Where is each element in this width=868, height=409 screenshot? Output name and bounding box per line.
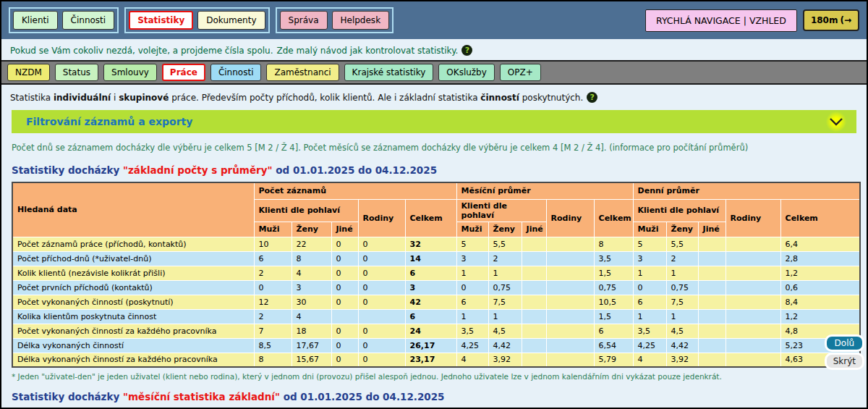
session-logout-button[interactable]: 180m (→ <box>803 9 859 31</box>
row-label: Počet příchod-dnů (*uživatel-dnů) <box>12 251 254 266</box>
records-cell: 0 <box>331 266 358 280</box>
records-cell: 24 <box>405 324 456 338</box>
men-header: Muži <box>254 222 292 237</box>
nav-button-okslu-by[interactable]: OKslužby <box>438 64 495 81</box>
men-header: Muži <box>633 222 666 237</box>
monthly-avg-cell <box>522 309 546 324</box>
scroll-down-button[interactable]: Dolů <box>825 334 864 352</box>
records-cell: 0 <box>254 280 292 295</box>
monthly-avg-cell <box>522 237 546 251</box>
row-label: Délka vykonaných činností <box>12 338 254 353</box>
section-header: Měsíční průměr <box>456 182 633 199</box>
monthly-avg-cell <box>546 295 594 309</box>
nav-button-helpdesk[interactable]: Helpdesk <box>332 11 390 30</box>
records-cell: 6 <box>254 251 292 266</box>
nav-button-zam-stnanci[interactable]: Zaměstnanci <box>266 64 339 81</box>
daily-avg-cell <box>698 280 726 295</box>
guide-link[interactable]: Zde malý návod jak kontrolovat statistik… <box>277 46 459 56</box>
nav-button-statistiky[interactable]: Statistiky <box>129 11 193 30</box>
quick-navigation-button[interactable]: RYCHLÁ NAVIGACE | VZHLED <box>645 9 797 32</box>
records-cell: 6 <box>405 266 456 280</box>
daily-avg-cell: 0 <box>633 280 666 295</box>
help-icon[interactable]: ? <box>461 45 472 56</box>
monthly-avg-cell: 3,92 <box>488 353 522 367</box>
intro-segment: Statistika individuální i skupinové prác… <box>10 93 583 103</box>
monthly-avg-cell <box>546 324 594 338</box>
records-cell: 0 <box>358 324 405 338</box>
monthly-avg-cell <box>522 338 546 353</box>
records-cell: 0 <box>358 353 405 367</box>
monthly-avg-cell: 4,42 <box>488 338 522 353</box>
daily-avg-cell <box>726 338 780 353</box>
daily-avg-cell <box>698 353 726 367</box>
table-row: Počet záznamů práce (příchodů, kontaktů)… <box>12 237 860 251</box>
table-row: Kolika klientům poskytnuta činnost246111… <box>12 309 860 324</box>
row-label: Počet prvních příchodů (kontaktů) <box>12 280 254 295</box>
row-label: Počet vykonaných činností (poskytnutí) <box>12 295 254 309</box>
nav-button-group: StatistikyDokumenty <box>124 7 269 33</box>
nav-button-status[interactable]: Status <box>55 64 98 81</box>
info-text: Pokud se Vám cokoliv nezdá, volejte, a p… <box>10 46 273 56</box>
averages-note: Počet dnů se záznamem docházky dle výběr… <box>1 133 867 156</box>
daily-avg-cell: 2,8 <box>780 251 860 266</box>
stats-table: Hledaná data Počet záznamů Měsíční průmě… <box>12 182 861 368</box>
help-icon[interactable]: ? <box>587 92 597 103</box>
filter-accordion-header[interactable]: Filtrování záznamů a exporty <box>12 110 856 133</box>
records-cell: 0 <box>358 266 405 280</box>
nav-button-innosti[interactable]: Činnosti <box>210 64 262 81</box>
records-cell: 3 <box>292 280 331 295</box>
monthly-avg-cell <box>546 309 594 324</box>
nav-button-spr-va[interactable]: Správa <box>280 11 328 30</box>
nav-button-pr-ce[interactable]: Práce <box>162 64 205 81</box>
records-cell: 2 <box>254 309 292 324</box>
daily-avg-cell <box>726 280 780 295</box>
total-header: Celkem <box>780 199 860 237</box>
nav-button-smlouvy[interactable]: Smlouvy <box>103 64 157 81</box>
other-header: Jiné <box>698 222 726 237</box>
records-cell <box>358 309 405 324</box>
records-cell: 0 <box>331 324 358 338</box>
nav-button-klienti[interactable]: Klienti <box>13 11 58 30</box>
row-label: Počet vykonaných činností za každého pra… <box>12 324 254 338</box>
monthly-avg-cell: 5 <box>456 237 488 251</box>
chevron-down-icon[interactable] <box>826 111 846 132</box>
nav-button-krajsk-statistiky[interactable]: Krajské statistiky <box>344 64 434 81</box>
hide-button[interactable]: Skrýt <box>825 353 864 370</box>
records-cell: 0 <box>331 251 358 266</box>
daily-avg-cell: 1,2 <box>780 266 860 280</box>
floating-buttons: Dolů Skrýt <box>825 334 864 370</box>
daily-avg-cell: 3,92 <box>666 353 698 367</box>
daily-avg-cell: 7,5 <box>666 295 698 309</box>
nav-button-nzdm[interactable]: NZDM <box>7 64 50 81</box>
monthly-avg-cell: 1 <box>488 309 522 324</box>
records-cell: 0 <box>331 280 358 295</box>
stats-heading-2: Statistiky docházky "měsíční statistika … <box>1 382 867 407</box>
daily-avg-cell <box>726 266 780 280</box>
monthly-avg-cell <box>522 295 546 309</box>
stats-table-body: Počet záznamů práce (příchodů, kontaktů)… <box>12 237 860 367</box>
records-cell: 0 <box>331 338 358 353</box>
monthly-avg-cell: 1,5 <box>594 309 633 324</box>
monthly-avg-cell: 1 <box>456 309 488 324</box>
monthly-avg-cell: 8 <box>594 237 633 251</box>
nav-button-opz+[interactable]: OPZ+ <box>500 64 541 81</box>
logout-icon: (→ <box>840 15 851 25</box>
records-cell: 6 <box>405 309 456 324</box>
footnote: * Jeden "uživatel-den" je jeden uživatel… <box>1 368 867 382</box>
total-header: Celkem <box>405 199 456 237</box>
monthly-avg-cell: 3,5 <box>456 324 488 338</box>
daily-avg-cell: 1 <box>633 309 666 324</box>
page: { "top_nav": { "groups": [ { "items": [ … <box>0 0 868 409</box>
daily-avg-cell: 3 <box>633 251 666 266</box>
records-cell: 0 <box>331 295 358 309</box>
nav-button-dokumenty[interactable]: Dokumenty <box>197 11 265 30</box>
monthly-avg-cell: 1 <box>488 266 522 280</box>
gender-group-header: Klienti dle pohlaví <box>254 199 358 222</box>
records-cell: 32 <box>405 237 456 251</box>
nav-button-group: SprávaHelpdesk <box>276 7 394 33</box>
gender-group-header: Klienti dle pohlaví <box>633 199 726 222</box>
nav-button-innosti[interactable]: Činnosti <box>62 11 115 30</box>
daily-avg-cell <box>698 324 726 338</box>
daily-avg-cell: 4,42 <box>666 338 698 353</box>
daily-avg-cell: 6,4 <box>780 237 860 251</box>
